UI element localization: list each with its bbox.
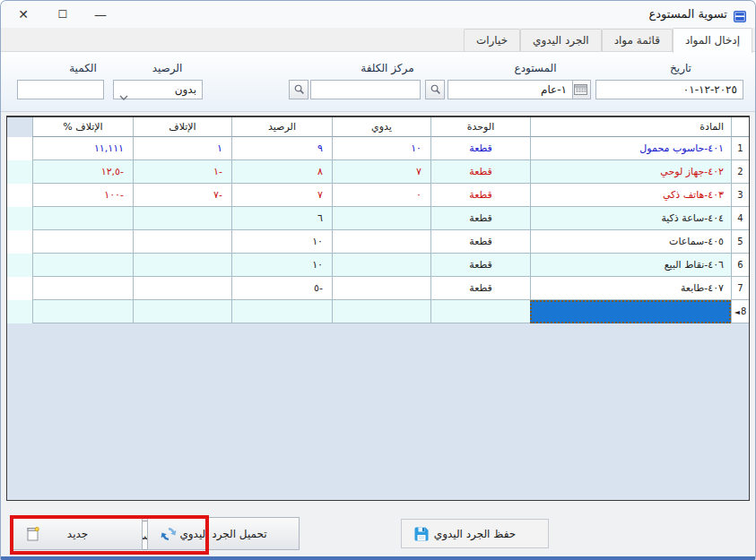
- cell-unit[interactable]: [430, 300, 530, 323]
- cell-manual[interactable]: ١٠: [332, 137, 430, 160]
- cell-damage[interactable]: [133, 300, 231, 323]
- close-icon[interactable]: ✕: [12, 1, 35, 28]
- cell-damage-pct[interactable]: [32, 207, 133, 230]
- column-header-material[interactable]: المادة: [530, 117, 731, 137]
- maximize-icon[interactable]: ☐: [51, 1, 74, 28]
- cell-damage-pct[interactable]: [32, 277, 133, 300]
- date-label: تاريخ: [649, 62, 712, 74]
- row-header[interactable]: 4: [731, 207, 749, 230]
- cell-balance[interactable]: ١٠: [231, 230, 332, 254]
- cell-balance[interactable]: ٦: [231, 207, 332, 230]
- button-label: حفظ الجرد اليدوي: [434, 528, 516, 540]
- cell-material[interactable]: ٤٠٢-جهاز لوحي: [530, 160, 731, 184]
- table-row[interactable]: 8◄: [7, 300, 749, 323]
- cell-unit[interactable]: قطعة: [430, 254, 530, 277]
- cell-material[interactable]: ٤٠٣-هاتف ذكي: [530, 184, 731, 207]
- row-header[interactable]: 5: [731, 230, 749, 254]
- window-title: تسوية المستودع: [648, 1, 727, 28]
- cell-manual[interactable]: ٧: [332, 160, 430, 184]
- cell-manual[interactable]: [332, 277, 430, 300]
- minimize-icon[interactable]: —: [89, 1, 112, 28]
- cell-damage[interactable]: [133, 207, 231, 230]
- cell-balance[interactable]: ٧: [231, 184, 332, 207]
- inventory-grid[interactable]: المادة الوحدة يدوي الرصيد الإتلاف الإتلا…: [6, 116, 750, 501]
- date-field[interactable]: ٢٠٢٥-١٢-٠١: [595, 80, 743, 99]
- balance-value: بدون: [175, 83, 196, 96]
- balance-dropdown[interactable]: بدون: [113, 80, 203, 99]
- cell-damage-pct[interactable]: [32, 230, 133, 254]
- warehouse-field[interactable]: ١-عام: [448, 80, 573, 99]
- table-row[interactable]: 3 ٤٠٣-هاتف ذكي قطعة ٠ ٧ ٧- ١٠٠-: [7, 184, 749, 207]
- cell-material[interactable]: ٤٠٤-ساعة ذكية: [530, 207, 731, 230]
- cell-balance[interactable]: ٩: [231, 137, 332, 160]
- cell-material[interactable]: [530, 300, 731, 323]
- cost-center-field[interactable]: [310, 80, 421, 99]
- tab-options[interactable]: خيارات: [464, 29, 520, 51]
- cell-unit[interactable]: قطعة: [430, 160, 530, 184]
- save-manual-inventory-button[interactable]: حفظ الجرد اليدوي: [401, 519, 549, 548]
- table-row[interactable]: 5 ٤٠٥-سماعات قطعة ١٠: [7, 230, 749, 254]
- column-header-damage-pct[interactable]: الإتلاف %: [32, 117, 133, 137]
- table-row[interactable]: 6 ٤٠٦-نقاط البيع قطعة ١٠: [7, 254, 749, 277]
- cell-unit[interactable]: قطعة: [430, 184, 530, 207]
- cell-damage[interactable]: ١-: [133, 160, 231, 184]
- cell-balance[interactable]: ١٠: [231, 254, 332, 277]
- cell-damage[interactable]: [133, 230, 231, 254]
- row-header[interactable]: 3: [731, 184, 749, 207]
- cell-material[interactable]: ٤٠٧-طابعة: [530, 277, 731, 300]
- app-window: تسوية المستودع ✕ ☐ — إدخال المواد قائمة …: [0, 0, 756, 560]
- table-row[interactable]: 4 ٤٠٤-ساعة ذكية قطعة ٦: [7, 207, 749, 230]
- column-header-damage[interactable]: الإتلاف: [133, 117, 231, 137]
- cell-damage-pct[interactable]: ١٠٠-: [32, 184, 133, 207]
- cell-damage-pct[interactable]: [32, 300, 133, 323]
- cell-unit[interactable]: قطعة: [430, 230, 530, 254]
- warehouse-lookup-button[interactable]: [425, 80, 445, 99]
- cost-center-lookup-button[interactable]: [289, 80, 308, 99]
- cell-damage-pct[interactable]: ١٢,٥-: [32, 160, 133, 184]
- calendar-icon: [574, 82, 587, 99]
- table-row[interactable]: 7 ٤٠٧-طابعة قطعة ٥-: [7, 277, 749, 300]
- cell-damage[interactable]: ١: [133, 137, 231, 160]
- new-button[interactable]: جديد: [13, 517, 143, 550]
- column-header-unit[interactable]: الوحدة: [430, 117, 530, 137]
- new-document-icon: [24, 525, 42, 543]
- cell-manual[interactable]: ٠: [332, 184, 430, 207]
- cell-balance[interactable]: ٥-: [231, 277, 332, 300]
- search-icon: [293, 82, 305, 99]
- cell-material[interactable]: ٤٠١-حاسوب محمول: [530, 137, 731, 160]
- row-header[interactable]: 2: [731, 160, 749, 184]
- warehouse-label: المستودع: [495, 62, 576, 74]
- tab-manual-inventory[interactable]: الجرد اليدوي: [520, 29, 602, 51]
- cell-material[interactable]: ٤٠٦-نقاط البيع: [530, 254, 731, 277]
- floppy-disk-icon: [413, 525, 430, 543]
- row-header[interactable]: 7: [731, 277, 749, 300]
- cell-unit[interactable]: قطعة: [430, 137, 530, 160]
- cell-damage-pct[interactable]: [32, 254, 133, 277]
- cell-manual[interactable]: [332, 300, 430, 323]
- table-row[interactable]: 1 ٤٠١-حاسوب محمول قطعة ١٠ ٩ ١ ١١,١١١: [7, 137, 749, 160]
- column-header-manual[interactable]: يدوي: [332, 117, 430, 137]
- cell-manual[interactable]: [332, 230, 430, 254]
- row-header[interactable]: 1: [731, 137, 749, 160]
- load-manual-inventory-button[interactable]: تحميل الجرد اليدوي: [147, 517, 300, 550]
- cell-damage-pct[interactable]: ١١,١١١: [32, 137, 133, 160]
- cell-damage[interactable]: [133, 277, 231, 300]
- row-header[interactable]: 6: [731, 254, 749, 277]
- cell-manual[interactable]: [332, 254, 430, 277]
- cell-balance[interactable]: ٨: [231, 160, 332, 184]
- table-row[interactable]: 2 ٤٠٢-جهاز لوحي قطعة ٧ ٨ ١- ١٢,٥-: [7, 160, 749, 184]
- quantity-field[interactable]: [17, 80, 104, 99]
- tab-material-list[interactable]: قائمة مواد: [602, 29, 673, 51]
- cell-balance[interactable]: [231, 300, 332, 323]
- row-header[interactable]: 8◄: [731, 300, 749, 323]
- cell-damage[interactable]: [133, 254, 231, 277]
- column-header-balance[interactable]: الرصيد: [231, 117, 332, 137]
- cell-damage[interactable]: ٧-: [133, 184, 231, 207]
- tab-material-entry[interactable]: إدخال المواد: [673, 28, 752, 53]
- cell-manual[interactable]: [332, 207, 430, 230]
- cell-unit[interactable]: قطعة: [430, 277, 530, 300]
- app-window-icon: [734, 9, 746, 21]
- cell-unit[interactable]: قطعة: [430, 207, 530, 230]
- cell-material[interactable]: ٤٠٥-سماعات: [530, 230, 731, 254]
- grid-header-row: المادة الوحدة يدوي الرصيد الإتلاف الإتلا…: [7, 117, 749, 137]
